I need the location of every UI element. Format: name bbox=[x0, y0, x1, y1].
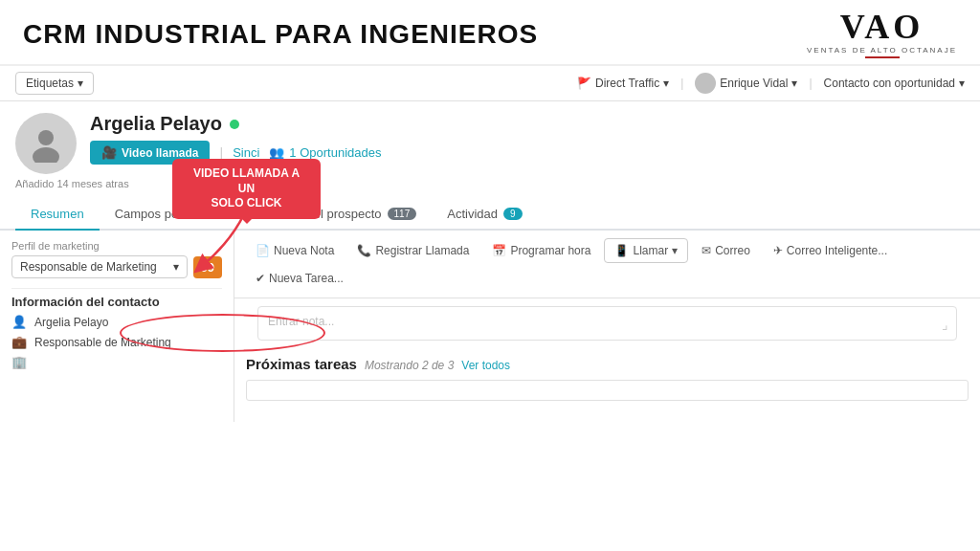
user-name-label: Enrique Vidal bbox=[720, 77, 788, 90]
correo-inteligente-label: Correo Inteligente... bbox=[787, 244, 887, 257]
etiquetas-button[interactable]: Etiquetas ▾ bbox=[15, 72, 94, 95]
chevron-down-icon-traffic: ▾ bbox=[663, 77, 669, 90]
avatar bbox=[15, 113, 77, 174]
right-content: 📄 Nueva Nota 📞 Registrar Llamada 📅 Progr… bbox=[234, 231, 980, 422]
info-row-role: 💼 Responsable de Marketing bbox=[11, 335, 222, 349]
programar-hora-btn[interactable]: 📅 Programar hora bbox=[482, 239, 600, 262]
tab-resumen[interactable]: Resumen bbox=[15, 199, 100, 231]
tasks-title: Próximas tareas bbox=[246, 356, 357, 372]
logo-o: O bbox=[893, 8, 924, 46]
svg-point-0 bbox=[38, 130, 54, 145]
tab-actividad-badge: 9 bbox=[503, 208, 523, 220]
sinci-link[interactable]: Sinci bbox=[233, 145, 259, 160]
registrar-llamada-label: Registrar Llamada bbox=[375, 244, 469, 257]
chevron-down-icon: ▾ bbox=[78, 77, 83, 90]
opportunities-label: 1 Oportunidades bbox=[289, 145, 381, 160]
camera-icon: 🎥 bbox=[101, 145, 117, 160]
user-menu[interactable]: Enrique Vidal ▾ bbox=[695, 73, 797, 94]
added-info: Añadido 14 meses atras bbox=[0, 178, 980, 195]
info-row-extra: 🏢 bbox=[11, 355, 222, 369]
correo-btn[interactable]: ✉ Correo bbox=[692, 239, 760, 262]
marketing-select[interactable]: Responsable de Marketing ▾ bbox=[11, 255, 188, 278]
online-dot bbox=[230, 120, 239, 129]
tab-actividad[interactable]: Actividad 9 bbox=[432, 199, 537, 231]
tab-vida-badge: 117 bbox=[388, 208, 417, 220]
tab-resumen-label: Resumen bbox=[31, 207, 84, 221]
bubble-video: VIDEO LLAMADA A UN SOLO CLICK bbox=[172, 159, 321, 219]
logo-sub: VENTAS DE ALTO OCTANAJE bbox=[807, 46, 957, 55]
programar-hora-label: Programar hora bbox=[510, 244, 590, 257]
check-icon: ✔ bbox=[256, 272, 265, 285]
send-icon: ✈ bbox=[773, 244, 783, 257]
nueva-nota-btn[interactable]: 📄 Nueva Nota bbox=[246, 239, 344, 262]
video-call-label: Video llamada bbox=[122, 146, 198, 160]
top-toolbar: Etiquetas ▾ 🚩 Direct Traffic ▾ | Enrique… bbox=[0, 66, 980, 101]
action-bar: 📄 Nueva Nota 📞 Registrar Llamada 📅 Progr… bbox=[234, 231, 980, 298]
note-placeholder: Entrar nota... bbox=[268, 315, 334, 328]
call-icon: 📱 bbox=[614, 244, 629, 257]
etiquetas-label: Etiquetas bbox=[26, 77, 74, 90]
chevron-down-icon-user: ▾ bbox=[791, 77, 797, 90]
direct-traffic-item[interactable]: 🚩 Direct Traffic ▾ bbox=[577, 77, 669, 90]
note-input[interactable]: Entrar nota... ⌟ bbox=[257, 306, 957, 341]
logo-v: V bbox=[840, 8, 864, 46]
contact-type-label: Contacto con oportunidad bbox=[824, 77, 955, 90]
correo-inteligente-btn[interactable]: ✈ Correo Inteligente... bbox=[764, 239, 897, 262]
toolbar-divider-2: | bbox=[809, 77, 812, 90]
avatar-small bbox=[695, 73, 716, 94]
opportunities-link[interactable]: 👥 1 Oportunidades bbox=[269, 145, 381, 160]
contact-name: Argelia Pelayo bbox=[90, 113, 222, 135]
left-sidebar: Perfil de marketing Responsable de Marke… bbox=[0, 231, 234, 422]
arrow-call bbox=[685, 537, 800, 551]
ver-todos-link[interactable]: Ver todos bbox=[461, 359, 510, 372]
llamar-btn[interactable]: 📱 Llamar ▾ bbox=[604, 238, 688, 263]
main-content: Perfil de marketing Responsable de Marke… bbox=[0, 231, 980, 422]
logo-area: VAO VENTAS DE ALTO OCTANAJE bbox=[807, 10, 957, 58]
tab-actividad-label: Actividad bbox=[447, 207, 498, 221]
chevron-down-icon-call: ▾ bbox=[672, 244, 678, 257]
person-info-icon: 👤 bbox=[11, 315, 27, 329]
nueva-nota-label: Nueva Nota bbox=[274, 244, 334, 257]
registrar-llamada-btn[interactable]: 📞 Registrar Llamada bbox=[347, 239, 479, 262]
direct-traffic-label: Direct Traffic bbox=[595, 77, 659, 90]
info-row-name: 👤 Argelia Pelayo bbox=[11, 315, 222, 329]
logo-line bbox=[865, 56, 900, 58]
llamar-label: Llamar bbox=[633, 244, 668, 257]
building-icon: 🏢 bbox=[11, 355, 27, 369]
nueva-tarea-btn[interactable]: ✔ Nueva Tarea... bbox=[246, 267, 353, 290]
contact-section: Argelia Pelayo 🎥 Video llamada | Sinci 👥… bbox=[0, 101, 980, 195]
contact-area: Argelia Pelayo 🎥 Video llamada | Sinci 👥… bbox=[0, 101, 980, 178]
mail-icon: ✉ bbox=[702, 244, 711, 257]
toolbar-right: 🚩 Direct Traffic ▾ | Enrique Vidal ▾ | C… bbox=[577, 73, 965, 94]
tasks-meta: Mostrando 2 de 3 bbox=[365, 359, 454, 372]
logo-vao: VAO bbox=[840, 10, 924, 44]
header-title: CRM INDUSTRIAL PARA INGENIEROS bbox=[23, 19, 538, 50]
chevron-down-icon-marketing: ▾ bbox=[173, 260, 179, 274]
person-icon bbox=[27, 124, 65, 163]
note-input-container: Entrar nota... ⌟ bbox=[246, 306, 969, 341]
nota-icon: 📄 bbox=[256, 244, 270, 257]
tabs-bar: Resumen Campos personalizados Vida del p… bbox=[0, 199, 980, 231]
chevron-down-icon-contact: ▾ bbox=[959, 77, 965, 90]
people-icon: 👥 bbox=[269, 145, 284, 160]
svg-point-1 bbox=[33, 147, 59, 163]
marketing-label: Perfil de marketing bbox=[11, 240, 222, 252]
resize-icon: ⌟ bbox=[942, 317, 948, 332]
info-section-title: Información del contacto bbox=[11, 288, 222, 309]
contact-name-row: Argelia Pelayo bbox=[90, 113, 965, 135]
marketing-value: Responsable de Marketing bbox=[20, 260, 157, 274]
calendar-icon: 📅 bbox=[492, 244, 506, 257]
header: CRM INDUSTRIAL PARA INGENIEROS VAO VENTA… bbox=[0, 0, 980, 66]
task-item-1 bbox=[246, 380, 969, 401]
info-name: Argelia Pelayo bbox=[34, 316, 108, 329]
toolbar-divider: | bbox=[680, 77, 683, 90]
logo-a: A bbox=[864, 8, 893, 46]
score-badge: 69 bbox=[193, 256, 222, 278]
phone-icon: 📞 bbox=[357, 244, 371, 257]
info-role: Responsable de Marketing bbox=[34, 336, 171, 349]
briefcase-icon: 💼 bbox=[11, 335, 27, 349]
tasks-header: Próximas tareas Mostrando 2 de 3 Ver tod… bbox=[234, 348, 980, 376]
nueva-tarea-label: Nueva Tarea... bbox=[269, 272, 344, 285]
contact-type-menu[interactable]: Contacto con oportunidad ▾ bbox=[824, 77, 965, 90]
sidebar-select-row: Responsable de Marketing ▾ 69 bbox=[11, 255, 222, 278]
